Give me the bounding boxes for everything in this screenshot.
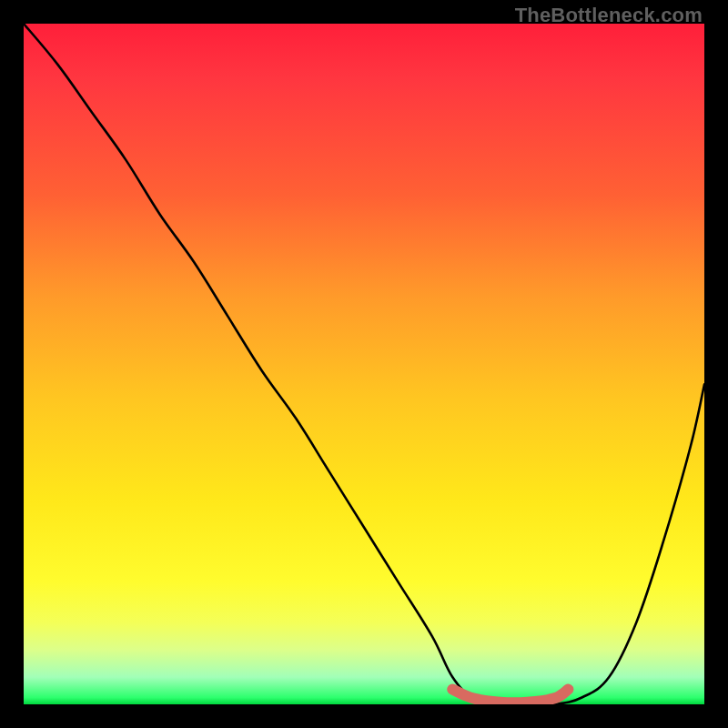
bottleneck-curve (24, 24, 704, 704)
watermark-text: TheBottleneck.com (515, 4, 703, 27)
flat-highlight-segment (452, 690, 568, 703)
curve-layer (24, 24, 704, 704)
plot-area (24, 24, 704, 704)
chart-container: TheBottleneck.com (0, 0, 728, 728)
